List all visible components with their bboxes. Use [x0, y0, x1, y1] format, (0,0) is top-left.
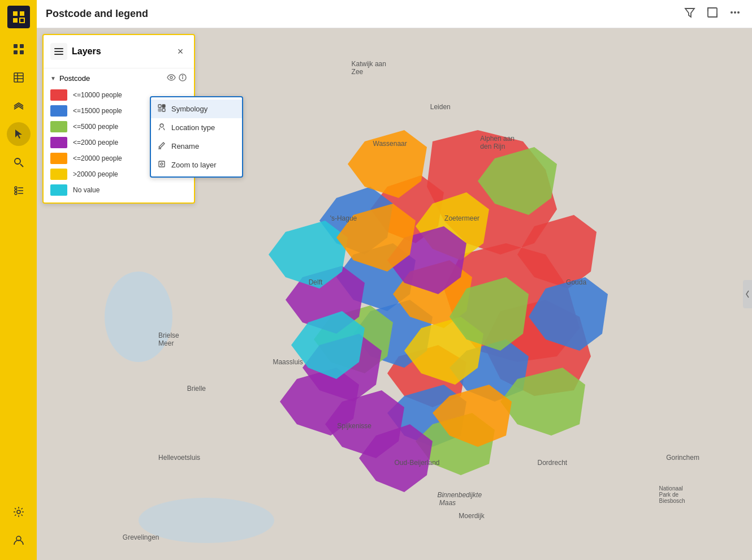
context-menu-item-location-type[interactable]: Location type	[151, 118, 242, 137]
svg-rect-7	[20, 50, 24, 54]
svg-rect-6	[14, 50, 18, 54]
context-menu: Symbology Location type	[150, 96, 243, 178]
map-collapse-button[interactable]	[743, 280, 752, 308]
legend-color-eq2000	[50, 137, 67, 148]
legend-label-lt15000: <=15000 people	[73, 107, 122, 115]
svg-point-25	[731, 11, 733, 14]
legend-label-lt20000: <=20000 people	[73, 154, 122, 162]
legend-label-novalue: No value	[73, 186, 100, 194]
svg-rect-3	[20, 18, 24, 23]
layers-panel-title: Layers	[72, 46, 174, 57]
sidebar-item-dashboard[interactable]	[7, 37, 31, 61]
legend-color-lt20000	[50, 153, 67, 164]
context-menu-label-zoom-to-layer: Zoom to layer	[171, 161, 216, 169]
sidebar-item-table[interactable]	[7, 66, 31, 89]
legend-item-novalue: No value	[50, 182, 187, 198]
map-container[interactable]: Katwijk aanZee Leiden Wassenaar Alphen a…	[37, 28, 752, 560]
svg-point-76	[161, 163, 163, 165]
svg-rect-64	[54, 54, 63, 55]
legend-color-lt5000	[50, 121, 67, 132]
top-bar: Postcode and legend	[37, 0, 752, 28]
expand-icon[interactable]	[705, 5, 720, 23]
top-bar-actions	[682, 5, 743, 23]
context-menu-item-symbology[interactable]: Symbology	[151, 100, 242, 118]
postcode-label: Postcode	[59, 74, 163, 83]
svg-point-13	[15, 158, 20, 164]
svg-rect-69	[158, 105, 161, 107]
svg-rect-72	[162, 109, 165, 111]
svg-point-16	[15, 189, 17, 192]
svg-rect-70	[162, 105, 165, 107]
sidebar-item-settings[interactable]	[7, 500, 31, 524]
svg-rect-71	[158, 109, 161, 111]
layers-close-button[interactable]: ×	[174, 45, 187, 58]
context-menu-label-location-type: Location type	[171, 123, 215, 132]
symbology-icon	[158, 104, 167, 114]
more-options-icon[interactable]	[727, 5, 743, 23]
svg-point-17	[15, 192, 17, 195]
app-logo	[7, 6, 30, 28]
legend-color-novalue	[50, 184, 67, 196]
page-title: Postcode and legend	[46, 8, 682, 20]
svg-point-30	[139, 498, 274, 543]
filter-icon[interactable]	[682, 5, 698, 23]
svg-rect-62	[54, 48, 63, 49]
svg-marker-23	[685, 8, 694, 17]
svg-rect-63	[54, 51, 63, 52]
sidebar-item-layers[interactable]	[7, 94, 31, 118]
layers-panel-header: Layers ×	[44, 35, 194, 68]
sidebar-item-select[interactable]	[7, 122, 31, 146]
svg-rect-8	[14, 73, 23, 82]
legend-color-lt10000	[50, 89, 67, 101]
context-menu-item-zoom-to-layer[interactable]: Zoom to layer	[151, 156, 242, 174]
eye-icon[interactable]	[167, 73, 176, 84]
svg-point-73	[160, 124, 163, 127]
legend-label-lt5000: <=5000 people	[73, 123, 118, 131]
svg-rect-75	[159, 161, 165, 167]
svg-point-68	[183, 76, 183, 76]
sidebar-item-filter-list[interactable]	[7, 179, 31, 203]
svg-point-29	[105, 272, 172, 362]
main-area: Postcode and legend	[37, 0, 752, 560]
legend-color-gt20000	[50, 169, 67, 180]
zoom-to-layer-icon	[158, 160, 167, 170]
svg-point-15	[15, 187, 17, 189]
legend-label-gt20000: >20000 people	[73, 170, 118, 178]
context-menu-item-rename[interactable]: Rename	[151, 137, 242, 156]
app-container: Postcode and legend	[0, 0, 752, 560]
left-sidebar	[0, 0, 37, 560]
svg-rect-4	[14, 44, 18, 48]
legend-color-lt15000	[50, 105, 67, 117]
svg-rect-24	[708, 8, 717, 17]
svg-rect-0	[13, 11, 18, 16]
context-menu-label-symbology: Symbology	[171, 105, 208, 113]
postcode-actions	[167, 73, 187, 84]
info-icon[interactable]	[178, 73, 187, 84]
svg-point-21	[17, 510, 20, 514]
svg-point-65	[170, 76, 172, 79]
svg-point-27	[737, 11, 740, 14]
sidebar-item-search[interactable]	[7, 150, 31, 174]
layers-menu-button[interactable]	[50, 43, 67, 60]
legend-label-eq2000: <=2000 people	[73, 139, 118, 147]
postcode-chevron-icon: ▼	[50, 75, 56, 81]
context-menu-label-rename: Rename	[171, 142, 199, 150]
svg-marker-12	[15, 130, 22, 139]
postcode-header: ▼ Postcode	[50, 73, 187, 84]
svg-rect-5	[20, 44, 24, 48]
svg-line-14	[20, 164, 23, 167]
sidebar-item-user[interactable]	[7, 528, 31, 552]
svg-rect-2	[13, 18, 18, 23]
svg-rect-1	[20, 11, 24, 16]
rename-icon	[158, 141, 167, 151]
svg-point-26	[734, 11, 736, 14]
location-type-icon	[158, 123, 167, 132]
legend-label-lt10000: <=10000 people	[73, 91, 122, 99]
